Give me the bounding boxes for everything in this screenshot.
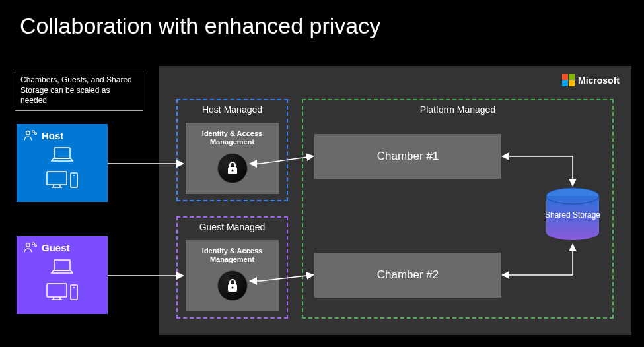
microsoft-icon	[562, 74, 575, 86]
svg-point-17	[231, 287, 233, 289]
laptop-icon	[49, 145, 75, 165]
host-entity: Host	[17, 124, 108, 202]
platform-managed-label: Platform Managed	[303, 104, 612, 115]
host-iam-box: Identity & Access Management	[186, 123, 279, 194]
scaling-note: Chambers, Guests, and Shared Storage can…	[15, 71, 143, 111]
guest-label: Guest	[42, 242, 70, 253]
host-label: Host	[42, 130, 63, 141]
svg-point-0	[26, 131, 30, 135]
host-managed-box: Host Managed Identity & Access Managemen…	[176, 99, 288, 201]
laptop-icon	[49, 257, 75, 277]
svg-point-13	[73, 287, 75, 288]
storage-label: Shared Storage	[543, 210, 602, 220]
brand-label: Microsoft	[578, 75, 620, 86]
svg-rect-3	[54, 148, 70, 158]
microsoft-logo: Microsoft	[562, 74, 620, 86]
desktop-icon	[44, 281, 80, 302]
chamber-2: Chamber #2	[314, 253, 501, 298]
host-iam-label: Identity & Access Management	[186, 129, 279, 146]
svg-rect-10	[54, 260, 70, 270]
svg-rect-11	[47, 284, 67, 297]
guest-managed-label: Guest Managed	[178, 218, 287, 232]
desktop-icon	[44, 169, 80, 190]
people-icon	[23, 241, 38, 253]
host-managed-label: Host Managed	[178, 100, 287, 115]
svg-point-6	[73, 175, 75, 176]
svg-point-1	[32, 131, 35, 133]
svg-point-2	[35, 133, 37, 135]
svg-rect-4	[47, 172, 67, 185]
svg-point-9	[35, 245, 37, 247]
lock-icon	[217, 270, 248, 301]
guest-entity: Guest	[17, 236, 108, 314]
svg-point-15	[231, 170, 233, 172]
guest-iam-box: Identity & Access Management	[186, 240, 279, 311]
lock-icon	[217, 153, 248, 183]
shared-storage: Shared Storage	[543, 187, 602, 249]
people-icon	[23, 129, 38, 141]
chamber-1: Chamber #1	[314, 134, 501, 179]
svg-point-7	[26, 243, 30, 247]
guest-managed-box: Guest Managed Identity & Access Manageme…	[176, 216, 288, 319]
svg-point-8	[32, 243, 35, 245]
guest-iam-label: Identity & Access Management	[186, 247, 279, 264]
page-title: Collaboration with enhanced privacy	[0, 0, 644, 39]
